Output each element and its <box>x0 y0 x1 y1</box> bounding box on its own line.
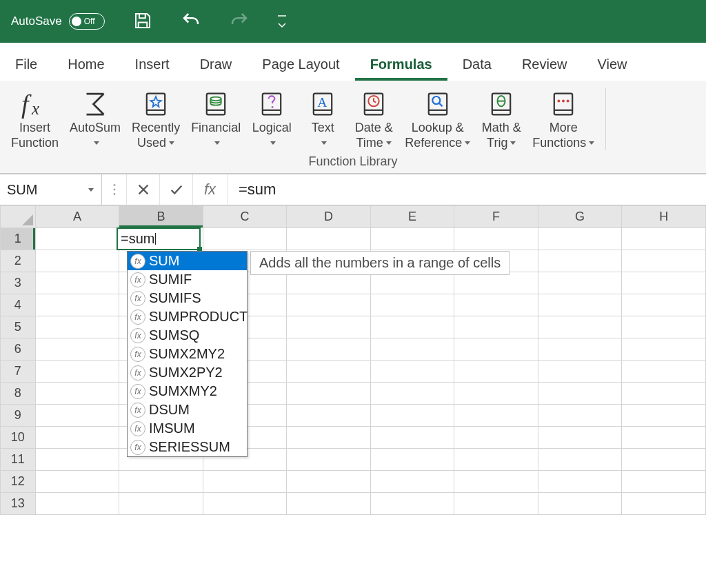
math-trig-button[interactable]: Math & Trig <box>476 88 527 150</box>
cell[interactable] <box>538 338 622 361</box>
cell[interactable] <box>370 272 454 294</box>
cell[interactable] <box>454 361 538 383</box>
tab-data[interactable]: Data <box>447 52 507 81</box>
cell[interactable] <box>622 383 706 405</box>
cell[interactable] <box>287 405 371 427</box>
cell[interactable] <box>538 316 622 338</box>
cell[interactable] <box>622 449 706 471</box>
cell[interactable] <box>35 316 119 338</box>
cell[interactable] <box>454 427 538 449</box>
col-header[interactable]: H <box>622 206 706 228</box>
cell[interactable] <box>622 405 706 427</box>
row-header[interactable]: 5 <box>1 316 36 338</box>
cell[interactable] <box>119 471 203 493</box>
tab-review[interactable]: Review <box>507 52 583 81</box>
col-header[interactable]: D <box>287 206 371 228</box>
autosum-button[interactable]: AutoSum <box>64 88 126 150</box>
row-header[interactable]: 4 <box>1 294 36 316</box>
autocomplete-item[interactable]: fxDSUM <box>128 401 247 419</box>
cell[interactable] <box>622 250 706 272</box>
cell[interactable] <box>287 294 371 316</box>
cell[interactable] <box>622 228 706 250</box>
autocomplete-item[interactable]: fxSUMX2PY2 <box>128 363 247 382</box>
autocomplete-item[interactable]: fxSUMIF <box>128 270 247 289</box>
row-header[interactable]: 1 <box>1 228 36 250</box>
fx-label[interactable]: fx <box>193 174 228 205</box>
cell[interactable] <box>454 449 538 471</box>
cell[interactable] <box>622 294 706 316</box>
autocomplete-item[interactable]: fxSUMIFS <box>128 289 247 307</box>
row-header[interactable]: 6 <box>1 338 36 361</box>
cell[interactable] <box>454 405 538 427</box>
cell[interactable] <box>454 383 538 405</box>
lookup-reference-button[interactable]: Lookup & Reference <box>399 88 476 150</box>
cell[interactable] <box>454 294 538 316</box>
tab-file[interactable]: File <box>0 52 52 81</box>
qat-customize-icon[interactable] <box>277 15 287 28</box>
cell[interactable] <box>35 427 119 449</box>
cell[interactable] <box>370 405 454 427</box>
cell[interactable] <box>35 338 119 361</box>
cell[interactable] <box>538 427 622 449</box>
cell[interactable] <box>287 228 371 250</box>
cell[interactable] <box>538 250 622 272</box>
row-header[interactable]: 3 <box>1 272 36 294</box>
cell[interactable] <box>538 449 622 471</box>
insert-function-button[interactable]: fx Insert Function <box>6 88 64 150</box>
cell[interactable] <box>538 228 622 250</box>
text-button[interactable]: A Text <box>297 88 348 150</box>
cell[interactable] <box>622 272 706 294</box>
more-functions-button[interactable]: More Functions <box>527 88 600 150</box>
cell[interactable] <box>287 316 371 338</box>
autocomplete-item[interactable]: fxSUMX2MY2 <box>128 345 247 363</box>
cancel-formula-button[interactable] <box>127 174 160 205</box>
col-header[interactable]: B <box>119 206 203 228</box>
autosave-pill[interactable]: Off <box>69 13 105 30</box>
autocomplete-item[interactable]: fxSERIESSUM <box>128 438 247 456</box>
autocomplete-item[interactable]: fxSUMPRODUCT <box>128 307 247 326</box>
tab-view[interactable]: View <box>582 52 642 81</box>
cell[interactable] <box>203 493 287 515</box>
autocomplete-item[interactable]: fxSUMSQ <box>128 326 247 345</box>
cell[interactable] <box>370 338 454 361</box>
cell[interactable] <box>287 471 371 493</box>
cell[interactable] <box>622 471 706 493</box>
cell[interactable] <box>538 405 622 427</box>
cell[interactable] <box>454 493 538 515</box>
cell[interactable] <box>370 471 454 493</box>
cell[interactable] <box>35 405 119 427</box>
cell[interactable] <box>538 383 622 405</box>
cell[interactable] <box>35 294 119 316</box>
row-header[interactable]: 8 <box>1 383 36 405</box>
date-time-button[interactable]: Date & Time <box>348 88 399 150</box>
cell[interactable] <box>538 471 622 493</box>
row-header[interactable]: 7 <box>1 361 36 383</box>
cell[interactable] <box>538 361 622 383</box>
cell[interactable] <box>203 471 287 493</box>
col-header[interactable]: F <box>454 206 538 228</box>
cell[interactable] <box>287 338 371 361</box>
col-header[interactable]: C <box>203 206 287 228</box>
cell[interactable] <box>35 449 119 471</box>
spreadsheet-grid[interactable]: A B C D E F G H 12345678910111213 =sum f… <box>0 205 706 515</box>
cell[interactable] <box>370 493 454 515</box>
col-header[interactable]: G <box>538 206 622 228</box>
cell[interactable] <box>454 338 538 361</box>
cell[interactable] <box>119 493 203 515</box>
row-header[interactable]: 11 <box>1 449 36 471</box>
tab-formulas[interactable]: Formulas <box>355 52 447 81</box>
cell[interactable] <box>287 449 371 471</box>
cell[interactable] <box>119 228 203 250</box>
formula-bar-options-icon[interactable] <box>102 174 127 205</box>
row-header[interactable]: 13 <box>1 493 36 515</box>
cell[interactable] <box>35 383 119 405</box>
undo-icon[interactable] <box>181 10 201 33</box>
cell[interactable] <box>35 228 119 250</box>
cell[interactable] <box>538 493 622 515</box>
cell[interactable] <box>622 316 706 338</box>
cell[interactable] <box>370 316 454 338</box>
financial-button[interactable]: Financial <box>185 88 246 150</box>
enter-formula-button[interactable] <box>160 174 193 205</box>
save-icon[interactable] <box>132 10 153 33</box>
cell[interactable] <box>287 427 371 449</box>
